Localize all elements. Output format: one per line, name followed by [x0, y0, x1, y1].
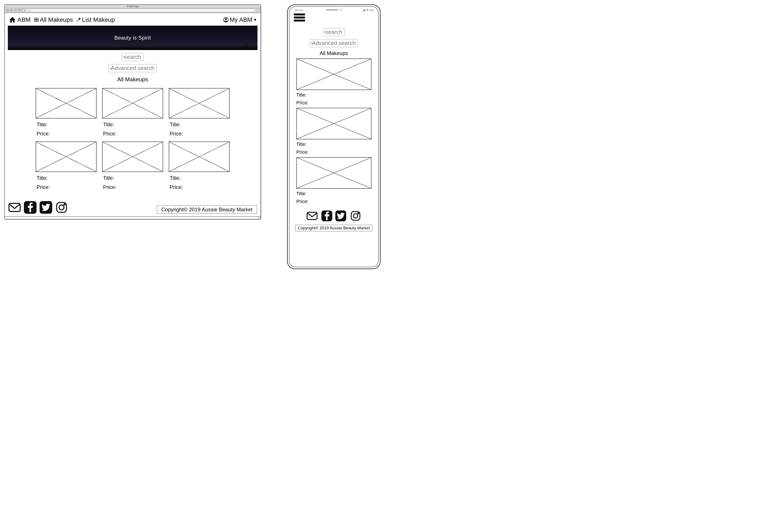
advanced-search-button-mobile[interactable]: Advanced search	[310, 39, 358, 47]
nav-list-makeup[interactable]: List Makeup	[76, 16, 115, 23]
svg-point-6	[244, 44, 247, 47]
product-title-label: Title:	[36, 122, 97, 128]
svg-point-15	[353, 214, 358, 218]
nav-all-makeups[interactable]: All Makeups	[34, 16, 73, 23]
nav-all-makeups-label: All Makeups	[40, 16, 73, 23]
product-title-label: Title:	[102, 122, 163, 128]
hero-banner: Beauty is Spirit	[8, 26, 257, 50]
hero-tagline: Beauty is Spirit	[114, 35, 151, 41]
browser-home-button[interactable]	[22, 9, 25, 12]
product-card: Title: Price:	[169, 142, 230, 190]
product-price-label: Price:	[102, 131, 163, 137]
product-card: Title: Price:	[36, 88, 97, 137]
image-placeholder[interactable]	[296, 58, 371, 90]
product-title-label: Title:	[169, 122, 230, 128]
email-icon[interactable]	[8, 201, 21, 214]
mobile-phone-frame: 04:54 PM search Advanced search All Make…	[287, 4, 381, 269]
facebook-icon[interactable]	[24, 201, 37, 214]
section-title-mobile: All Makeups	[293, 50, 374, 56]
battery-icon	[369, 9, 373, 11]
instagram-icon[interactable]	[349, 210, 362, 222]
image-placeholder[interactable]	[36, 142, 97, 172]
hamburger-menu-button[interactable]	[294, 13, 305, 22]
phone-notch	[322, 8, 346, 11]
product-price-label: Price:	[296, 199, 371, 204]
facebook-icon[interactable]	[321, 210, 332, 221]
desktop-browser-frame: A Web Page ◄ ► ✕ ↻ http:// ABM	[4, 4, 261, 219]
image-placeholder[interactable]	[296, 108, 371, 139]
product-title-label: Title:	[36, 175, 97, 181]
product-card: Title: Price:	[296, 58, 371, 106]
twitter-icon[interactable]	[40, 201, 52, 214]
camera-icon	[340, 9, 342, 11]
footer: Copyright© 2019 Aussie Beauty Market	[8, 197, 257, 215]
phone-time: 04:54 PM	[295, 9, 303, 11]
wifi-icon	[366, 9, 369, 11]
image-placeholder[interactable]	[296, 157, 371, 189]
product-title-label: Title:	[296, 92, 371, 98]
twitter-icon[interactable]	[335, 210, 346, 221]
image-placeholder[interactable]	[36, 88, 97, 118]
section-title: All Makeups	[8, 76, 257, 83]
product-title-label: Title:	[169, 175, 230, 181]
product-title-label: Title:	[296, 191, 371, 197]
browser-address-bar[interactable]: http://	[26, 9, 255, 12]
copyright-text: Copyright© 2019 Aussie Beauty Market	[157, 205, 257, 214]
svg-line-7	[247, 46, 248, 48]
search-icon[interactable]	[244, 43, 249, 48]
nav-list-makeup-label: List Makeup	[82, 16, 115, 23]
social-icons-mobile	[293, 210, 374, 222]
product-list-mobile: Title: Price: Title: Price: Title: Price…	[293, 58, 374, 204]
product-price-label: Price:	[36, 184, 97, 190]
search-button-mobile[interactable]: search	[323, 28, 345, 36]
nav-brand-label: ABM	[17, 16, 31, 23]
svg-rect-13	[307, 212, 317, 219]
product-title-label: Title:	[102, 175, 163, 181]
product-price-label: Price:	[296, 149, 371, 155]
browser-title: A Web Page	[5, 5, 261, 8]
resize-grip-icon[interactable]	[257, 215, 260, 218]
product-price-label: Price:	[296, 100, 371, 106]
svg-point-11	[64, 204, 65, 205]
browser-toolbar: ◄ ► ✕ ↻ http://	[5, 8, 261, 13]
list-icon	[34, 17, 39, 22]
browser-forward-button[interactable]: ►	[10, 9, 13, 12]
product-price-label: Price:	[102, 184, 163, 190]
social-icons	[8, 201, 68, 214]
svg-point-5	[225, 18, 227, 20]
signal-icon	[363, 9, 365, 11]
image-placeholder[interactable]	[169, 142, 230, 172]
main-nav: ABM All Makeups List Makeup	[8, 15, 257, 26]
chevron-down-icon: ▼	[253, 18, 257, 22]
svg-point-12	[367, 10, 368, 11]
product-card: Title: Price:	[102, 142, 163, 190]
product-price-label: Price:	[36, 131, 97, 137]
product-card: Title: Price:	[36, 142, 97, 190]
product-card: Title: Price:	[102, 88, 163, 137]
speaker-icon	[326, 9, 338, 10]
browser-back-button[interactable]: ◄	[6, 9, 9, 12]
image-placeholder[interactable]	[169, 88, 230, 118]
svg-rect-8	[9, 203, 20, 211]
search-button[interactable]: search	[122, 53, 144, 61]
advanced-search-button[interactable]: Advanced search	[109, 64, 157, 72]
image-placeholder[interactable]	[102, 142, 163, 172]
browser-stop-button[interactable]: ✕	[14, 9, 17, 12]
product-card: Title: Price:	[296, 108, 371, 155]
footer-mobile: Copyright© 2019 Aussie Beauty Market	[293, 210, 374, 231]
product-grid: Title: Price: Title: Price: Title: Price…	[8, 86, 257, 197]
nav-brand[interactable]: ABM	[8, 16, 31, 23]
product-card: Title: Price:	[296, 157, 371, 204]
home-icon	[8, 16, 17, 23]
product-title-label: Title:	[296, 142, 371, 147]
browser-reload-button[interactable]: ↻	[18, 9, 21, 12]
instagram-icon[interactable]	[55, 201, 68, 214]
magic-wand-icon	[76, 17, 81, 22]
email-icon[interactable]	[306, 210, 318, 222]
browser-go-button[interactable]	[256, 9, 259, 12]
user-circle-icon	[223, 17, 229, 23]
nav-my-abm-label: My ABM	[230, 16, 252, 23]
nav-my-abm[interactable]: My ABM ▼	[223, 16, 257, 23]
image-placeholder[interactable]	[102, 88, 163, 118]
svg-point-16	[358, 213, 359, 214]
